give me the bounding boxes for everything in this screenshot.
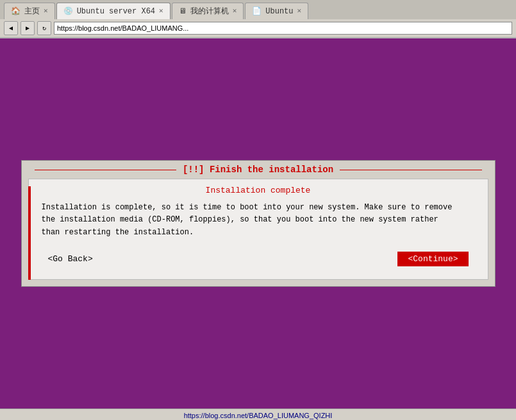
tab-ubuntu-server-label: Ubuntu server X64 (77, 7, 155, 16)
status-bar: https://blog.csdn.net/BADAO_LIUMANG_QIZH… (0, 408, 516, 420)
tab-ubuntu-server-close[interactable]: ✕ (159, 8, 163, 15)
left-accent (28, 186, 31, 280)
tab-home[interactable]: 🏠 主页 ✕ (4, 3, 55, 19)
ubuntu-server-icon: 💿 (63, 6, 73, 16)
dialog-body: Installation complete Installation is co… (28, 179, 488, 280)
address-input[interactable] (54, 22, 512, 35)
tab-my-computer[interactable]: 🖥 我的计算机 ✕ (172, 3, 244, 19)
tab-home-close[interactable]: ✕ (44, 8, 48, 15)
back-button[interactable]: ◀ (4, 21, 18, 35)
dialog-subtitle: Installation complete (42, 186, 475, 195)
tab-home-label: 主页 (24, 6, 40, 17)
tab-my-computer-label: 我的计算机 (190, 6, 229, 17)
main-content: [!!] Finish the installation Installatio… (0, 38, 516, 408)
dialog-title: [!!] Finish the installation (176, 165, 340, 175)
tab-ubuntu[interactable]: 📄 Ubuntu ✕ (245, 3, 308, 19)
dialog-message: Installation is complete, so it is time … (42, 202, 475, 239)
status-url: https://blog.csdn.net/BADAO_LIUMANG_QIZH… (184, 412, 333, 419)
continue-button[interactable]: <Continue> (397, 252, 468, 266)
ubuntu-icon: 📄 (252, 6, 262, 16)
tab-ubuntu-server[interactable]: 💿 Ubuntu server X64 ✕ (56, 3, 171, 19)
go-back-button[interactable]: <Go Back> (48, 254, 93, 264)
my-computer-icon: 🖥 (179, 6, 187, 16)
tab-ubuntu-label: Ubuntu (265, 7, 293, 16)
tab-bar: 🏠 主页 ✕ 💿 Ubuntu server X64 ✕ 🖥 我的计算机 ✕ 📄… (0, 0, 516, 19)
installation-dialog: [!!] Finish the installation Installatio… (21, 160, 495, 287)
dialog-buttons: <Go Back> <Continue> (42, 252, 475, 266)
home-icon: 🏠 (11, 6, 21, 16)
address-bar: ◀ ▶ ↻ (0, 19, 516, 38)
forward-button[interactable]: ▶ (21, 21, 35, 35)
tab-my-computer-close[interactable]: ✕ (233, 8, 237, 15)
tab-ubuntu-close[interactable]: ✕ (297, 8, 302, 15)
browser-chrome: 🏠 主页 ✕ 💿 Ubuntu server X64 ✕ 🖥 我的计算机 ✕ 📄… (0, 0, 516, 38)
refresh-button[interactable]: ↻ (37, 21, 51, 35)
dialog-title-bar: [!!] Finish the installation (22, 161, 495, 179)
